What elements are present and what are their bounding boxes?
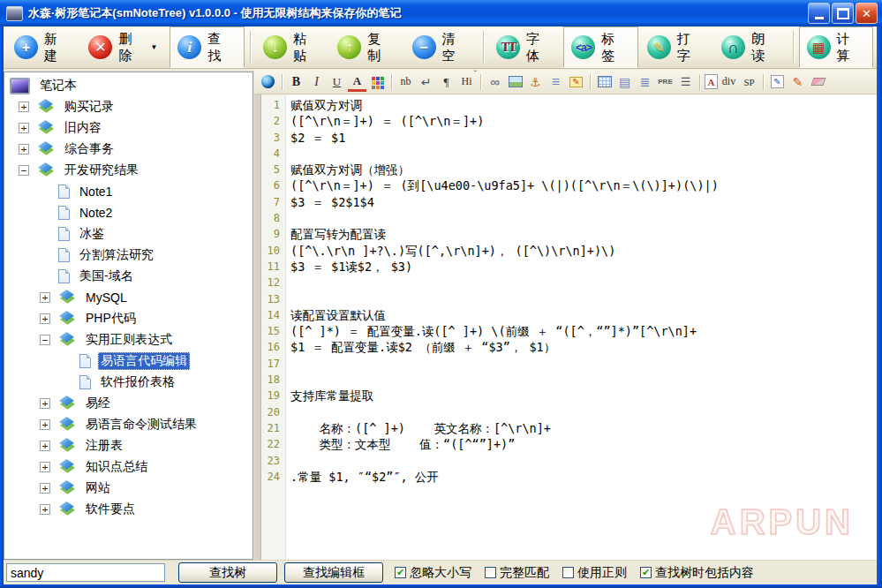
calc-button[interactable]: ▦计算 xyxy=(799,26,873,68)
tree-item[interactable]: +购买记录 xyxy=(4,96,253,117)
minimize-button[interactable] xyxy=(808,3,830,24)
tree-item[interactable]: 软件报价表格 xyxy=(4,372,253,393)
new-button[interactable]: +新建 xyxy=(7,26,79,68)
search-input[interactable] xyxy=(6,563,165,582)
tree-item[interactable]: +旧内容 xyxy=(4,117,253,139)
pre-icon[interactable]: PRE xyxy=(656,73,675,91)
checkbox-box[interactable] xyxy=(562,567,574,578)
delete-button[interactable]: ✕删除▼ xyxy=(81,26,168,68)
line-number: 16 xyxy=(254,339,285,355)
tree-toggle[interactable]: + xyxy=(40,419,50,430)
search-include-content-checkbox[interactable]: ✔查找树时包括内容 xyxy=(640,565,754,581)
edit-doc-icon[interactable] xyxy=(768,73,787,91)
tree-item[interactable]: 分割算法研究 xyxy=(4,245,253,266)
underline-icon[interactable]: U xyxy=(328,73,346,91)
page-icon xyxy=(58,185,70,199)
editor-line: 1赋值双方对调 xyxy=(254,97,877,113)
use-regex-checkbox[interactable]: 使用正则 xyxy=(562,565,627,581)
doc-lines-icon[interactable]: ▤ xyxy=(615,73,634,91)
book-icon xyxy=(37,99,55,115)
sp-icon[interactable]: SP xyxy=(740,73,758,91)
tree-item[interactable]: +综合事务 xyxy=(4,139,253,160)
anchor-icon[interactable]: ⚓ xyxy=(526,73,545,91)
tree-item[interactable]: +知识点总结 xyxy=(4,456,253,478)
copy-button[interactable]: ↑复制 xyxy=(330,26,403,68)
heading-icon[interactable]: Hi xyxy=(457,73,476,91)
tag-button[interactable]: <a>标签 xyxy=(563,26,637,68)
tree-item[interactable]: Note1 xyxy=(4,181,253,202)
image-icon[interactable] xyxy=(506,73,524,91)
type-button[interactable]: ✎打字 xyxy=(640,26,712,68)
tree-item-selected[interactable]: 易语言代码编辑 xyxy=(4,351,253,372)
tree-item[interactable]: +PHP代码 xyxy=(4,308,253,329)
tree-item-label: 购买记录 xyxy=(62,98,117,116)
tree-toggle[interactable]: + xyxy=(19,123,29,133)
font-color-icon[interactable]: A xyxy=(348,72,366,92)
globe-icon[interactable] xyxy=(259,73,277,91)
table-icon[interactable] xyxy=(595,73,614,91)
tree-item[interactable]: −实用正则表达式 xyxy=(4,329,253,351)
tree-item[interactable]: 美国-域名 xyxy=(4,266,253,287)
editor-line: 17 xyxy=(254,356,877,372)
find-button[interactable]: i查找 xyxy=(170,26,244,68)
tree-item[interactable]: +注册表 xyxy=(4,435,253,456)
line-spacing-icon[interactable]: ≣ xyxy=(636,73,654,91)
tree-item[interactable]: +软件要点 xyxy=(4,499,253,520)
tree-item-label: 综合事务 xyxy=(62,140,117,158)
ignore-case-checkbox[interactable]: ✔忽略大小写 xyxy=(395,565,471,581)
line-break-icon[interactable]: ↵ xyxy=(417,73,435,91)
link-icon[interactable]: ∞ xyxy=(486,73,504,91)
tree-toggle[interactable]: − xyxy=(19,165,29,176)
nbsp-icon[interactable]: nb xyxy=(396,73,415,91)
tree-toggle[interactable]: + xyxy=(40,504,50,515)
dropdown-arrow-icon[interactable]: ▼ xyxy=(150,43,157,51)
note-edit-icon[interactable] xyxy=(567,73,585,91)
italic-icon[interactable]: I xyxy=(307,73,326,91)
pilcrow-icon[interactable]: ¶ xyxy=(437,73,456,91)
eraser-icon[interactable] xyxy=(809,73,827,91)
tree-toggle[interactable]: − xyxy=(40,335,50,345)
tree-toggle[interactable]: + xyxy=(40,462,50,472)
tree-toggle[interactable]: + xyxy=(40,483,50,494)
editor-line: 4 xyxy=(254,146,877,162)
tree-toggle[interactable]: + xyxy=(40,441,50,451)
tree-item[interactable]: 笔记本 xyxy=(4,75,253,96)
tree-item[interactable]: +易语言命令测试结果 xyxy=(4,414,253,435)
bold-icon[interactable]: B xyxy=(287,73,305,91)
maximize-button[interactable] xyxy=(832,3,854,24)
paste-button[interactable]: ↓粘贴 xyxy=(256,26,328,68)
tree-item[interactable]: +MySQL xyxy=(4,287,253,308)
tree-toggle[interactable]: + xyxy=(19,144,29,155)
horizontal-rule-icon[interactable]: ≡ xyxy=(547,73,565,91)
tree-item[interactable]: +网站 xyxy=(4,478,253,499)
font-button[interactable]: TT字体 xyxy=(489,26,562,68)
line-number: 4 xyxy=(254,146,285,162)
tree-item[interactable]: 冰鉴 xyxy=(4,223,253,245)
read-aloud-button[interactable]: ∩朗读 xyxy=(714,26,787,68)
tree-item[interactable]: Note2 xyxy=(4,202,253,223)
checkbox-box[interactable]: ✔ xyxy=(395,567,406,578)
notes-tree-panel[interactable]: 笔记本+购买记录+旧内容+综合事务−开发研究结果Note1Note2冰鉴分割算法… xyxy=(4,72,253,560)
note-editor[interactable]: 1赋值双方对调2([^\r\n＝]+) ＝ ([^\r\n＝]+)3$2 ＝ $… xyxy=(254,94,877,560)
find-editbox-button[interactable]: 查找编辑框 xyxy=(284,562,383,583)
tree-toggle[interactable]: + xyxy=(40,292,50,303)
tree-item[interactable]: +易经 xyxy=(4,393,253,414)
find-tree-button[interactable]: 查找树 xyxy=(178,562,277,583)
palette-icon[interactable] xyxy=(368,73,387,91)
line-text: $2 ＝ $1 xyxy=(285,130,345,146)
tree-item[interactable]: −开发研究结果 xyxy=(4,160,253,181)
tree-toggle[interactable]: + xyxy=(40,398,50,409)
close-button[interactable]: ✕ xyxy=(856,3,878,24)
page-icon xyxy=(58,269,70,283)
draw-pencil-icon[interactable]: ✎ xyxy=(788,73,807,91)
clear-button[interactable]: −清空 xyxy=(405,26,478,68)
clear-button-label: 清空 xyxy=(442,31,467,64)
list-icon[interactable]: ☰ xyxy=(676,73,695,91)
tree-toggle[interactable]: + xyxy=(40,313,50,324)
whole-match-checkbox[interactable]: 完整匹配 xyxy=(485,565,549,581)
a-page-icon[interactable]: A xyxy=(705,74,718,89)
div-icon[interactable]: div xyxy=(720,73,738,91)
checkbox-box[interactable]: ✔ xyxy=(640,567,652,578)
checkbox-box[interactable] xyxy=(485,567,496,578)
tree-toggle[interactable]: + xyxy=(19,102,29,112)
